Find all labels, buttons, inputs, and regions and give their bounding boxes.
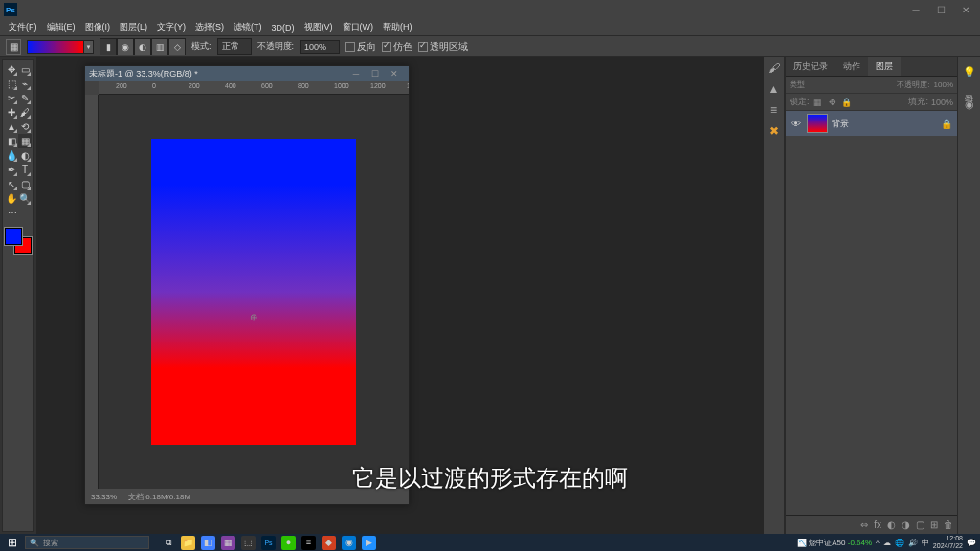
menu-edit[interactable]: 编辑(E) bbox=[42, 21, 80, 33]
blur-tool[interactable]: 💧 bbox=[5, 148, 18, 163]
app-icon-6[interactable]: ▶ bbox=[362, 536, 376, 550]
fill-input[interactable]: 100% bbox=[931, 98, 953, 107]
layer-name-label[interactable]: 背景 bbox=[832, 118, 936, 130]
layer-row-background[interactable]: 👁 背景 🔒 bbox=[786, 111, 957, 136]
hand-tool[interactable]: ✋ bbox=[5, 191, 18, 206]
link-layers-icon[interactable]: ⇔ bbox=[860, 519, 868, 530]
tray-cloud-icon[interactable]: ☁ bbox=[883, 539, 891, 547]
layer-group-icon[interactable]: ▢ bbox=[916, 519, 924, 530]
delete-layer-icon[interactable]: 🗑 bbox=[944, 519, 953, 530]
warning-icon[interactable]: ✖ bbox=[769, 124, 779, 138]
stock-widget[interactable]: 📉 烧中证A50 -0.64% bbox=[797, 538, 872, 548]
dodge-tool[interactable]: ◐ bbox=[18, 148, 32, 163]
linear-gradient-button[interactable]: ▮ bbox=[100, 38, 117, 55]
layers-tab[interactable]: 图层 bbox=[868, 57, 901, 76]
shape-tool[interactable]: ▢ bbox=[18, 177, 32, 191]
move-tool[interactable]: ✥ bbox=[5, 62, 18, 77]
menu-help[interactable]: 帮助(H) bbox=[378, 21, 417, 33]
brush-panel-icon[interactable]: 🖌 bbox=[768, 61, 780, 75]
notifications-icon[interactable]: 💬 bbox=[967, 539, 976, 547]
dither-checkbox[interactable]: 仿色 bbox=[382, 40, 412, 54]
canvas-viewport[interactable]: ⊕ bbox=[99, 95, 409, 489]
doc-info[interactable]: 文档:6.18M/6.18M bbox=[128, 492, 190, 502]
menu-filter[interactable]: 滤镜(T) bbox=[229, 21, 267, 33]
lock-all-icon[interactable]: 🔒 bbox=[841, 97, 853, 108]
taskbar-clock[interactable]: 12:08 2024/7/22 bbox=[933, 535, 963, 550]
new-layer-icon[interactable]: ⊞ bbox=[930, 519, 938, 530]
healing-tool[interactable]: ✚ bbox=[5, 105, 18, 120]
layer-fx-icon[interactable]: fx bbox=[874, 519, 881, 530]
adjustment-layer-icon[interactable]: ◑ bbox=[902, 519, 910, 530]
opacity-input[interactable]: 100% bbox=[300, 40, 340, 54]
reflected-gradient-button[interactable]: ▥ bbox=[151, 38, 168, 55]
close-icon[interactable]: ✕ bbox=[959, 5, 972, 15]
edit-toolbar[interactable]: ⋯ bbox=[5, 206, 19, 220]
menu-3d[interactable]: 3D(D) bbox=[267, 23, 300, 33]
foreground-color-swatch[interactable] bbox=[5, 228, 22, 245]
edge-icon[interactable]: ◉ bbox=[342, 536, 356, 550]
menu-type[interactable]: 文字(Y) bbox=[152, 21, 190, 33]
menu-view[interactable]: 视图(V) bbox=[300, 21, 338, 33]
maximize-icon[interactable]: ☐ bbox=[934, 5, 947, 15]
eraser-tool[interactable]: ◧ bbox=[5, 134, 18, 148]
menu-select[interactable]: 选择(S) bbox=[190, 21, 229, 33]
document-titlebar[interactable]: 未标题-1 @ 33.3%(RGB/8) * ─ ☐ ✕ bbox=[85, 66, 409, 81]
app-icon-4[interactable]: ≡ bbox=[301, 536, 316, 550]
doc-maximize-icon[interactable]: ☐ bbox=[368, 69, 382, 78]
radial-gradient-button[interactable]: ◉ bbox=[117, 38, 134, 55]
pen-tool[interactable]: ✒ bbox=[5, 163, 18, 177]
type-tool[interactable]: T bbox=[18, 163, 32, 177]
lock-position-icon[interactable]: ✥ bbox=[827, 97, 838, 108]
crop-tool[interactable]: ✂ bbox=[5, 91, 18, 105]
explorer-icon[interactable]: 📁 bbox=[181, 536, 195, 550]
actions-tab[interactable]: 动作 bbox=[835, 57, 868, 76]
photoshop-task-icon[interactable]: Ps bbox=[261, 536, 276, 550]
layer-kind-select[interactable]: 类型 bbox=[790, 79, 805, 90]
layer-lock-icon[interactable]: 🔒 bbox=[940, 119, 953, 129]
brush-tool[interactable]: 🖌 bbox=[18, 105, 32, 120]
gradient-preview[interactable] bbox=[27, 40, 84, 54]
tray-chevron-icon[interactable]: ^ bbox=[876, 539, 880, 547]
marquee-tool[interactable]: ⬚ bbox=[5, 77, 18, 91]
history-tab[interactable]: 历史记录 bbox=[786, 57, 835, 76]
reverse-checkbox[interactable]: 反向 bbox=[345, 40, 376, 54]
zoom-tool[interactable]: 🔍 bbox=[18, 191, 32, 206]
app-icon-1[interactable]: ◧ bbox=[201, 536, 215, 550]
transparency-checkbox[interactable]: 透明区域 bbox=[418, 40, 468, 54]
taskbar-search[interactable]: 🔍 搜索 bbox=[25, 536, 149, 549]
minimize-icon[interactable]: ─ bbox=[909, 5, 923, 15]
app-icon-2[interactable]: ▦ bbox=[221, 536, 235, 550]
tray-volume-icon[interactable]: 🔊 bbox=[908, 539, 918, 547]
vertical-ruler[interactable] bbox=[85, 95, 99, 489]
gradient-picker-dropdown[interactable]: ▼ bbox=[84, 40, 94, 54]
history-brush-tool[interactable]: ⟲ bbox=[18, 120, 32, 134]
layer-opacity-input[interactable]: 100% bbox=[934, 80, 953, 89]
tips-icon[interactable]: 💡 bbox=[961, 63, 978, 80]
horizontal-ruler[interactable]: 2000200400600800100012001400 bbox=[99, 81, 409, 95]
eyedropper-tool[interactable]: ✎ bbox=[18, 91, 32, 105]
task-view-icon[interactable]: ⧉ bbox=[161, 536, 175, 550]
app-icon-3[interactable]: ⬚ bbox=[241, 536, 256, 550]
app-icon-5[interactable]: ◆ bbox=[322, 536, 336, 550]
menu-file[interactable]: 文件(F) bbox=[4, 21, 42, 33]
artboard-tool[interactable]: ▭ bbox=[18, 62, 32, 77]
menu-image[interactable]: 图像(I) bbox=[80, 21, 116, 33]
menu-window[interactable]: 窗口(W) bbox=[338, 21, 379, 33]
diamond-gradient-button[interactable]: ◇ bbox=[168, 38, 186, 55]
start-button[interactable]: ⊞ bbox=[4, 536, 21, 549]
clone-panel-icon[interactable]: ▲ bbox=[768, 82, 780, 96]
wechat-icon[interactable]: ● bbox=[281, 536, 296, 550]
layer-mask-icon[interactable]: ◐ bbox=[887, 519, 896, 530]
lasso-tool[interactable]: ⌁ bbox=[18, 77, 32, 91]
angle-gradient-button[interactable]: ◐ bbox=[134, 38, 151, 55]
stamp-tool[interactable]: ▲ bbox=[5, 120, 18, 134]
blend-mode-select[interactable]: 正常 bbox=[217, 38, 252, 55]
doc-close-icon[interactable]: ✕ bbox=[388, 69, 401, 78]
gradient-tool[interactable]: ▦ bbox=[18, 134, 32, 148]
share-icon[interactable]: ◉ bbox=[961, 96, 978, 113]
path-tool[interactable]: ↖ bbox=[5, 177, 18, 191]
lock-pixels-icon[interactable]: ▦ bbox=[813, 97, 824, 108]
gradient-tool-icon[interactable]: ▦ bbox=[6, 39, 21, 55]
doc-minimize-icon[interactable]: ─ bbox=[349, 69, 363, 78]
layer-thumbnail[interactable] bbox=[807, 114, 828, 133]
